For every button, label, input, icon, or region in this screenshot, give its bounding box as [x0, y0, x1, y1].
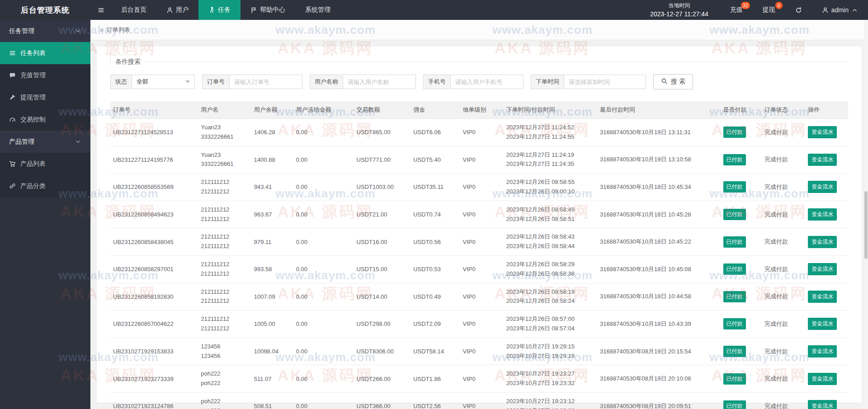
- frozen-amount-cell: 0.00: [293, 283, 354, 310]
- order-time: 2023年12月26日 08:58:29: [506, 260, 594, 269]
- user-name: 212111212: [201, 178, 249, 187]
- pay-time: 2023年10月27日 19:23:32: [506, 379, 594, 388]
- legend-rule: [146, 61, 848, 62]
- table-row: UB23122608570046222121112122121112121005…: [110, 310, 848, 338]
- sidebar-item-product-category[interactable]: 产品分类: [0, 175, 90, 197]
- order-time-input[interactable]: [569, 79, 641, 85]
- sidebar-group-product-mgmt[interactable]: 产品管理: [0, 131, 90, 153]
- order-pay-time-cell: 2023年12月27日 11:24:522023年12月27日 11:24:55: [504, 119, 597, 146]
- fund-flow-button[interactable]: 资金流水: [808, 236, 837, 248]
- topbar-right: 当地时间 2023-12-27 11:27:44 充值 32 提现 0 admi…: [638, 0, 868, 20]
- recharge-badge: 32: [741, 2, 750, 9]
- table-header-row: 订单号用户名用户余额用户冻结金额交易数额佣金做单级别下单时间/付款时间最后付款时…: [110, 101, 848, 119]
- sidebar-toggle-button[interactable]: [90, 0, 111, 20]
- username-input[interactable]: [348, 79, 411, 85]
- trade-amount-cell: USDT15.00: [354, 255, 411, 283]
- column-header: 交易数额: [354, 101, 411, 119]
- topnav-item-system[interactable]: 系统管理: [295, 0, 340, 20]
- recharge-button[interactable]: 充值 32: [720, 0, 753, 20]
- comment-icon: [9, 72, 16, 79]
- walk-icon: [208, 7, 215, 14]
- fund-flow-button[interactable]: 资金流水: [808, 126, 837, 138]
- user-cell: poh222poh222: [198, 392, 251, 409]
- user-account: poh222: [201, 379, 249, 388]
- order-status-cell: 完成付款: [762, 392, 805, 409]
- chevron-up-icon: [851, 7, 858, 14]
- level-cell: VIP0: [460, 283, 504, 310]
- sidebar-item-task-list[interactable]: 任务列表: [0, 42, 90, 64]
- fund-flow-button[interactable]: 资金流水: [808, 208, 837, 221]
- pay-time: 2023年12月26日 08:58:24: [506, 296, 594, 306]
- column-header: 用户名: [198, 101, 251, 119]
- order-list-card: 条件搜索 状态 全部 订单号: [97, 47, 862, 403]
- topnav-item-tasks[interactable]: 任务: [198, 0, 241, 20]
- fund-flow-button[interactable]: 资金流水: [808, 291, 837, 303]
- withdraw-label: 提现: [763, 6, 775, 14]
- fund-flow-button[interactable]: 资金流水: [808, 345, 837, 357]
- fund-flow-button[interactable]: 资金流水: [808, 400, 837, 409]
- sidebar-item-recharge-mgmt[interactable]: 充值管理: [0, 64, 90, 86]
- trade-amount-cell: USDT8306.00: [354, 338, 411, 365]
- topnav-item-home[interactable]: 后台首页: [111, 0, 156, 20]
- withdraw-button[interactable]: 提现 0: [753, 0, 785, 20]
- order-time: 2023年10月27日 19:23:27: [506, 369, 594, 379]
- flag-icon: [250, 7, 257, 14]
- fund-flow-button[interactable]: 资金流水: [808, 373, 837, 385]
- fund-flow-button[interactable]: 资金流水: [808, 263, 837, 275]
- frozen-amount-cell: 0.00: [293, 119, 354, 146]
- user-account: 212111212: [201, 242, 249, 251]
- order-no-input[interactable]: [234, 79, 297, 85]
- phone-input[interactable]: [455, 79, 519, 85]
- topnav-item-label: 后台首页: [121, 6, 146, 14]
- frozen-amount-cell: 0.00: [293, 201, 354, 228]
- username-filter: 用户名称: [310, 75, 416, 89]
- orders-table: 订单号用户名用户余额用户冻结金额交易数额佣金做单级别下单时间/付款时间最后付款时…: [110, 101, 848, 409]
- balance-cell: 1007.09: [251, 283, 293, 310]
- sidebar-item-label: 交易控制: [20, 116, 46, 124]
- level-cell: VIP0: [460, 228, 504, 256]
- paid-cell: 已付款: [721, 310, 762, 338]
- fund-flow-button[interactable]: 资金流水: [808, 318, 837, 330]
- sidebar-item-label: 产品列表: [20, 160, 46, 168]
- column-header: 订单状态: [762, 101, 805, 119]
- sidebar: 任务管理任务列表充值管理提现管理交易控制产品管理产品列表产品分类: [0, 20, 90, 409]
- order-number-cell: UB2310271923273339: [110, 365, 198, 393]
- paid-badge: 已付款: [723, 291, 746, 302]
- search-button[interactable]: 搜 索: [653, 74, 693, 89]
- sidebar-item-product-list[interactable]: 产品列表: [0, 153, 90, 175]
- topnav-item-help[interactable]: 帮助中心: [241, 0, 295, 20]
- username-label: 用户名称: [310, 75, 343, 89]
- user-name: 212111212: [201, 287, 249, 297]
- user-cell: 212111212212111212: [198, 310, 251, 338]
- frozen-amount-cell: 0.00: [293, 174, 354, 201]
- pay-time: 2023年12月26日 09:00:10: [506, 187, 594, 197]
- trade-amount-cell: USDT1003.00: [354, 174, 411, 201]
- order-time-label: 下单时间: [531, 75, 564, 89]
- sidebar-group-task-mgmt[interactable]: 任务管理: [0, 20, 90, 42]
- last-pay-time-cell: 31688740530年10月19日 13:11:31: [597, 119, 721, 146]
- column-header: 佣金: [410, 101, 460, 119]
- sidebar-item-withdraw-mgmt[interactable]: 提现管理: [0, 86, 90, 108]
- scrollbar-thumb[interactable]: [864, 191, 868, 259]
- pay-time: 2023年12月26日 08:57:04: [506, 324, 594, 334]
- pay-time: 2023年10月27日 19:29:19: [506, 352, 594, 361]
- breadcrumb-label: 订单列表: [107, 26, 130, 34]
- chevron-down-icon: [75, 28, 81, 34]
- sidebar-item-trade-control[interactable]: 交易控制: [0, 108, 90, 131]
- topnav-item-users[interactable]: 用户: [156, 0, 198, 20]
- fund-flow-button[interactable]: 资金流水: [808, 181, 837, 193]
- last-pay-time-cell: 31688740530年10月18日 10:45:22: [597, 228, 721, 256]
- last-pay-time-cell: 31688740530年10月19日 13:10:58: [597, 146, 721, 174]
- status-select[interactable]: 全部: [132, 75, 195, 89]
- fund-flow-button[interactable]: 资金流水: [808, 154, 837, 166]
- balance-cell: 943.41: [251, 174, 293, 201]
- level-cell: VIP0: [460, 174, 504, 201]
- sidebar-group-label: 产品管理: [9, 138, 34, 146]
- user-cell: 212111212212111212: [198, 228, 251, 256]
- action-cell: 资金流水: [805, 201, 848, 228]
- user-menu[interactable]: admin: [812, 0, 868, 20]
- last-pay-time-cell: 31688740530年08月19日 20:10:06: [597, 365, 721, 393]
- level-cell: VIP0: [460, 201, 504, 228]
- topnav-item-label: 系统管理: [305, 6, 330, 14]
- refresh-button[interactable]: [785, 0, 812, 20]
